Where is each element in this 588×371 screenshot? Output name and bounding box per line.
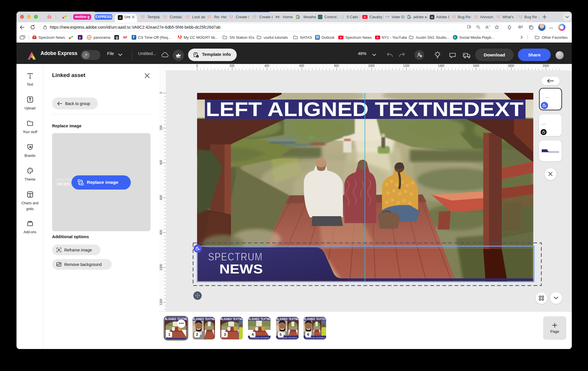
svg-text:ALIGNED TEXTNE: ALIGNED TEXTNE [220, 317, 243, 321]
svg-text:ALIGNED TEXTNE: ALIGNED TEXTNE [165, 317, 187, 321]
svg-text:ALIGNED TEXTNE: ALIGNED TEXTNE [248, 317, 271, 321]
svg-text:ALIGNED TEXTNE: ALIGNED TEXTNE [276, 317, 298, 321]
svg-text:ALIGNED TEXTNE: ALIGNED TEXTNE [193, 317, 215, 321]
svg-text:ALIGNED TEXTED: ALIGNED TEXTED [304, 317, 326, 321]
